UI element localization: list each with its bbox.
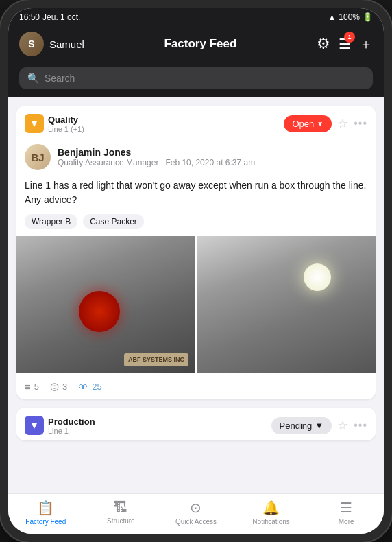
quick-access-label: Quick Access <box>175 518 217 526</box>
search-bar-container: 🔍 Search <box>8 62 384 97</box>
header-title: Factory Feed <box>164 37 237 51</box>
pending-label: Pending <box>280 421 313 431</box>
views-stat: 👁 25 <box>78 381 101 392</box>
user-avatar[interactable]: S <box>19 32 44 56</box>
comments-icon: ≡ <box>25 381 31 392</box>
star-button-1[interactable]: ☆ <box>337 116 348 131</box>
open-label: Open <box>292 119 314 129</box>
author-info-1: Benjamin Jones Quality Assurance Manager… <box>58 147 255 167</box>
search-placeholder: Search <box>45 73 75 84</box>
post-actions-2: Pending ▼ ☆ ••• <box>271 417 367 434</box>
chevron-down-icon-2: ▼ <box>29 420 39 431</box>
nav-factory-feed[interactable]: 📋 Factory Feed <box>8 499 84 526</box>
post-image-left <box>16 236 195 373</box>
nav-notifications[interactable]: 🔔 Notifications <box>234 499 309 526</box>
category-icon-quality: ▼ <box>25 114 44 133</box>
author-name-1: Benjamin Jones <box>58 147 255 158</box>
post-image-right <box>197 236 376 373</box>
nav-structure[interactable]: 🏗 Structure <box>84 499 159 526</box>
battery-display: 100% <box>339 12 360 22</box>
device-frame: 16:50 Jeu. 1 oct. ▲ 100% 🔋 S Samuel Fact… <box>0 0 392 542</box>
post-tags-1: Wrapper B Case Packer <box>16 214 376 236</box>
header-username: Samuel <box>49 38 84 50</box>
battery-icon: 🔋 <box>363 12 373 22</box>
reactions-count: 3 <box>62 381 67 392</box>
header-left: S Samuel <box>19 32 84 56</box>
post-author-1: BJ Benjamin Jones Quality Assurance Mana… <box>16 139 376 176</box>
post-card-2: ▼ Production Line 1 Pending ▼ ☆ • <box>16 408 376 440</box>
notifications-icon: 🔔 <box>262 499 280 516</box>
nav-quick-access[interactable]: ⊙ Quick Access <box>158 499 234 526</box>
category-name-2: Production <box>48 416 95 427</box>
chevron-icon-2: ▼ <box>315 421 323 431</box>
more-button-1[interactable]: ••• <box>354 117 367 130</box>
structure-icon: 🏗 <box>114 499 127 515</box>
more-nav-icon: ☰ <box>340 499 352 516</box>
tag-case-packer[interactable]: Case Packer <box>83 214 144 229</box>
post-header-1: ▼ Quality Line 1 (+1) Open ▼ ☆ •• <box>16 106 376 139</box>
open-status-button[interactable]: Open ▼ <box>284 115 332 132</box>
post-text-1: Line 1 has a red light that won't go awa… <box>16 176 376 214</box>
wifi-icon: ▲ <box>328 12 336 22</box>
chevron-icon: ▼ <box>317 120 323 128</box>
post-card-1: ▼ Quality Line 1 (+1) Open ▼ ☆ •• <box>16 106 376 399</box>
author-meta-1: Quality Assurance Manager · Feb 10, 2020… <box>58 158 255 167</box>
tag-wrapper-b[interactable]: Wrapper B <box>25 214 77 229</box>
menu-button[interactable]: ☰ 1 <box>339 36 351 52</box>
header-actions: ⚙ ☰ 1 ＋ <box>317 35 373 54</box>
nav-more[interactable]: ☰ More <box>308 499 384 526</box>
views-icon: 👁 <box>78 381 88 392</box>
category-icon-production: ▼ <box>25 416 44 435</box>
menu-badge: 1 <box>344 32 355 43</box>
post-images-1 <box>16 236 376 373</box>
add-icon: ＋ <box>359 36 373 51</box>
chevron-down-icon: ▼ <box>29 118 39 129</box>
add-button[interactable]: ＋ <box>359 35 373 54</box>
comments-count: 5 <box>34 381 39 392</box>
category-info-1: Quality Line 1 (+1) <box>48 115 84 133</box>
structure-label: Structure <box>107 517 135 525</box>
factory-feed-icon: 📋 <box>37 499 54 516</box>
screen: 16:50 Jeu. 1 oct. ▲ 100% 🔋 S Samuel Fact… <box>8 8 384 534</box>
search-input[interactable]: 🔍 Search <box>19 67 373 89</box>
settings-button[interactable]: ⚙ <box>317 35 330 53</box>
quick-access-icon: ⊙ <box>190 499 201 516</box>
time-display: 16:50 <box>19 12 40 22</box>
category-sub-2: Line 1 <box>48 427 95 435</box>
date-display: Jeu. 1 oct. <box>42 12 80 22</box>
more-label: More <box>339 518 354 526</box>
avatar-initial: S <box>28 38 34 49</box>
notifications-label: Notifications <box>252 518 289 526</box>
feed-container: ▼ Quality Line 1 (+1) Open ▼ ☆ •• <box>8 97 384 493</box>
post-category-2: ▼ Production Line 1 <box>25 416 95 435</box>
post-footer-1: ≡ 5 ◎ 3 👁 25 <box>16 373 376 399</box>
author-initials: BJ <box>31 152 44 163</box>
pending-status-button[interactable]: Pending ▼ <box>271 417 332 434</box>
views-count: 25 <box>92 381 101 392</box>
star-button-2[interactable]: ☆ <box>337 418 348 433</box>
factory-feed-label: Factory Feed <box>25 518 66 526</box>
category-info-2: Production Line 1 <box>48 416 95 435</box>
post-actions-1: Open ▼ ☆ ••• <box>284 115 367 132</box>
post-header-2: ▼ Production Line 1 Pending ▼ ☆ • <box>16 408 376 440</box>
bottom-nav: 📋 Factory Feed 🏗 Structure ⊙ Quick Acces… <box>8 493 384 534</box>
category-name-1: Quality <box>48 115 84 125</box>
reactions-icon: ◎ <box>50 380 59 392</box>
reactions-stat: ◎ 3 <box>50 380 67 392</box>
search-icon: 🔍 <box>27 73 39 84</box>
author-avatar-1: BJ <box>25 144 51 170</box>
category-sub-1: Line 1 (+1) <box>48 125 84 133</box>
comments-stat: ≡ 5 <box>25 381 39 392</box>
status-bar: 16:50 Jeu. 1 oct. ▲ 100% 🔋 <box>8 8 384 26</box>
more-button-2[interactable]: ••• <box>354 419 367 432</box>
app-header: S Samuel Factory Feed ⚙ ☰ 1 ＋ <box>8 26 384 62</box>
post-category-1: ▼ Quality Line 1 (+1) <box>25 114 84 133</box>
